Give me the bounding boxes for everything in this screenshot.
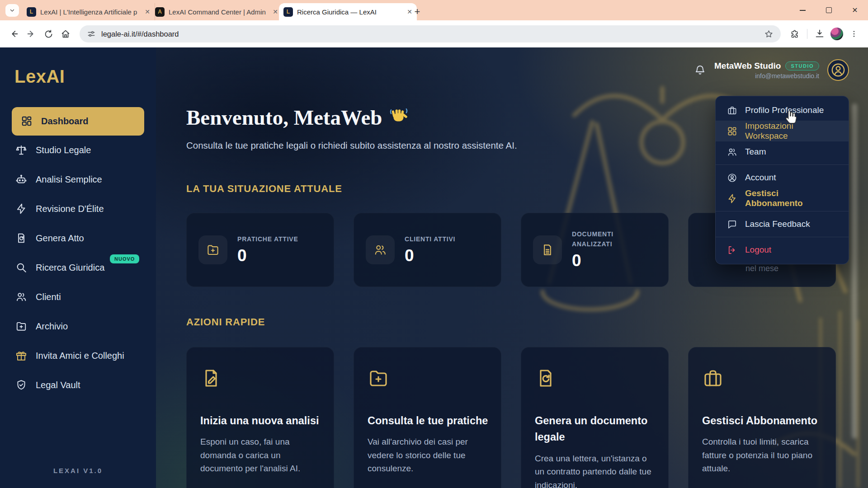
tab-search-button[interactable] (5, 4, 19, 17)
menu-item-label: Logout (745, 245, 771, 255)
browser-menu-button[interactable] (846, 26, 862, 42)
window-maximize-button[interactable] (816, 0, 842, 20)
welcome-subtitle: Consulta le tue pratiche legali o richie… (186, 140, 517, 151)
sidebar-item-label: Ricerca Giuridica (36, 263, 104, 273)
action-card-nuova-analisi[interactable]: Inizia una nuova analisi Esponi un caso,… (186, 347, 334, 488)
sidebar-item-archivio[interactable]: Archivio (0, 312, 156, 341)
welcome-heading: Benvenuto, MetaWeb (186, 105, 408, 130)
browser-profile-button[interactable] (829, 26, 844, 42)
sidebar-item-dashboard[interactable]: Dashboard (12, 107, 144, 136)
stats-section-heading: LA TUA SITUAZIONE ATTUALE (186, 183, 342, 195)
sidebar-item-label: Archivio (36, 321, 68, 332)
bookmark-star-icon[interactable] (764, 29, 774, 39)
new-tab-button[interactable]: + (410, 5, 424, 19)
menu-item-account[interactable]: Account (716, 167, 849, 188)
reload-button[interactable] (41, 26, 56, 42)
menu-item-label: Team (745, 147, 766, 157)
briefcase-icon (727, 105, 737, 116)
logout-icon (727, 245, 737, 255)
sidebar-item-genera-atto[interactable]: Genera Atto (0, 224, 156, 253)
sidebar-item-invita-amici[interactable]: Invita Amici e Colleghi (0, 341, 156, 371)
welcome-text: Benvenuto, MetaWeb (186, 105, 382, 130)
stat-label: CLIENTI ATTIVI (405, 235, 486, 244)
action-card-gestisci-abbonamento[interactable]: Gestisci Abbonamento Controlla i tuoi li… (688, 347, 836, 488)
sidebar-nav: Dashboard Studio Legale Analisi Semplice (0, 107, 156, 400)
menu-divider (716, 164, 849, 165)
toolbar-divider (807, 29, 807, 39)
menu-divider (716, 211, 849, 211)
menu-item-label: Impostazioni Workspace (745, 121, 837, 141)
puzzle-icon (790, 29, 800, 39)
document-pen-icon (200, 367, 321, 389)
app-version: LEXAI V1.0 (0, 467, 156, 474)
window-minimize-button[interactable] (789, 0, 816, 20)
shield-check-icon (15, 379, 28, 391)
tab-title: LexAI Command Center | Admin (169, 8, 269, 16)
window-controls: ✕ (789, 0, 868, 20)
sidebar-item-label: Invita Amici e Colleghi (36, 351, 124, 361)
nuovo-badge: NUOVO (110, 254, 139, 263)
folder-plus-icon (15, 320, 28, 333)
action-title: Genera un documento legale (535, 413, 656, 446)
actions-row: Inizia una nuova analisi Esponi un caso,… (186, 347, 836, 488)
action-description: Controlla i tuoi limiti, scarica fatture… (702, 435, 823, 475)
user-info: MetaWeb Studio STUDIO info@metawebstudio… (714, 61, 819, 80)
url-bar[interactable]: legale-ai.it/#/dashboard (80, 25, 781, 42)
action-title: Inizia una nuova analisi (200, 413, 321, 429)
forward-arrow-icon (26, 29, 36, 39)
action-card-consulta-pratiche[interactable]: Consulta le tue pratiche Vai all'archivi… (354, 347, 501, 488)
sidebar-item-analisi-semplice[interactable]: Analisi Semplice (0, 165, 156, 194)
browser-toolbar: legale-ai.it/#/dashboard (0, 20, 868, 47)
tab-ricerca-giuridica[interactable]: L Ricerca Giuridica — LexAI ✕ (279, 3, 417, 20)
tab-favicon: L (283, 7, 293, 17)
stat-label: PRATICHE ATTIVE (237, 235, 319, 244)
forward-button[interactable] (24, 26, 39, 42)
menu-divider (716, 237, 849, 237)
tab-close-icon[interactable]: ✕ (145, 8, 150, 15)
search-icon (15, 262, 28, 274)
tab-lexai-home[interactable]: L LexAI | L'Intelligenza Artificiale p ✕ (22, 3, 155, 20)
tab-command-center[interactable]: A LexAI Command Center | Admin ✕ (151, 3, 283, 20)
tab-title: Ricerca Giuridica — LexAI (297, 8, 403, 16)
sidebar-item-studio-legale[interactable]: Studio Legale (0, 136, 156, 165)
menu-item-label: Account (745, 173, 776, 183)
menu-item-logout[interactable]: Logout (716, 239, 849, 260)
notifications-bell-icon[interactable] (694, 64, 706, 76)
menu-item-impostazioni-workspace[interactable]: Impostazioni Workspace (716, 121, 849, 141)
kebab-menu-icon (850, 30, 858, 38)
menu-item-team[interactable]: Team (716, 141, 849, 162)
users-icon (727, 147, 737, 157)
menu-item-profilo-professionale[interactable]: Profilo Professionale (716, 100, 849, 121)
dashboard-grid-icon (21, 115, 33, 127)
url-text[interactable]: legale-ai.it/#/dashboard (101, 30, 759, 38)
menu-item-lascia-feedback[interactable]: Lascia Feedback (716, 214, 849, 235)
window-close-button[interactable]: ✕ (842, 0, 868, 20)
downloads-button[interactable] (812, 26, 827, 42)
action-description: Crea una lettera, un'istanza o un contra… (535, 452, 656, 488)
users-icon (366, 235, 395, 264)
browser-window: L LexAI | L'Intelligenza Artificiale p ✕… (0, 0, 868, 488)
tab-close-icon[interactable]: ✕ (273, 8, 278, 15)
lightning-icon (15, 203, 28, 215)
stat-value: 0 (405, 246, 486, 265)
stat-card-pratiche: PRATICHE ATTIVE 0 (186, 213, 334, 287)
back-button[interactable] (6, 26, 22, 42)
folder-plus-icon (368, 367, 488, 389)
sidebar-item-legal-vault[interactable]: Legal Vault (0, 371, 156, 400)
sidebar-item-revisione-elite[interactable]: Revisione D'Élite (0, 194, 156, 224)
stat-value: 0 (572, 251, 653, 270)
action-card-genera-documento[interactable]: Genera un documento legale Crea una lett… (521, 347, 669, 488)
home-button[interactable] (58, 26, 73, 42)
sidebar-item-label: Analisi Semplice (36, 174, 102, 185)
sidebar-item-clienti[interactable]: Clienti (0, 282, 156, 312)
stat-card-documenti: DOCUMENTI ANALIZZATI 0 (521, 213, 669, 287)
robot-icon (15, 174, 28, 186)
tab-favicon: A (155, 7, 165, 17)
workspace-grid-icon (727, 126, 737, 136)
menu-item-gestisci-abbonamento[interactable]: Gestisci Abbonamento (716, 188, 849, 209)
tab-title: LexAI | L'Intelligenza Artificiale p (40, 8, 141, 16)
stat-card-clienti: CLIENTI ATTIVI 0 (354, 213, 501, 287)
sidebar-item-label: Revisione D'Élite (36, 204, 104, 214)
extensions-button[interactable] (787, 26, 802, 42)
user-avatar[interactable] (827, 59, 849, 81)
